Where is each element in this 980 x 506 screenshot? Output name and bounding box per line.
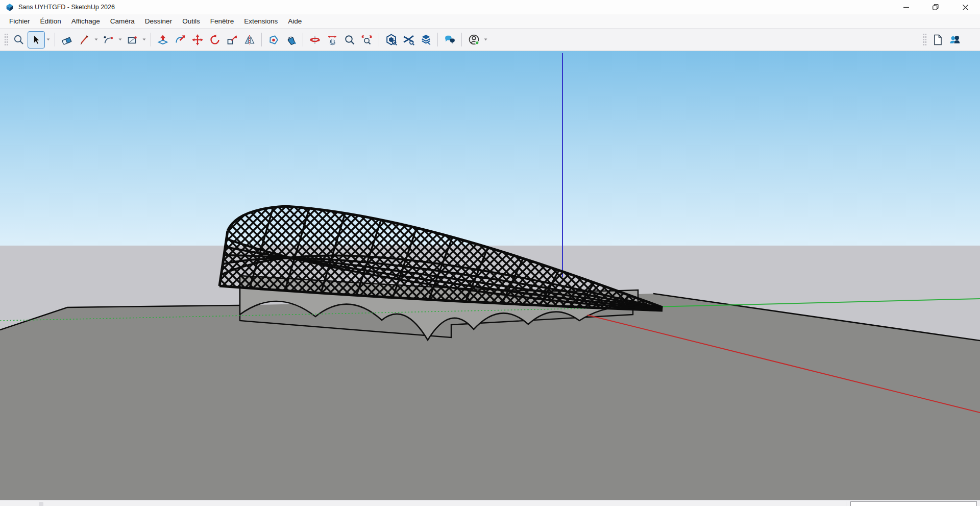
offset-tool-button[interactable]	[265, 31, 282, 49]
chevron-down-icon	[46, 38, 50, 41]
minimize-button[interactable]	[891, 0, 921, 14]
arc-icon	[102, 34, 114, 46]
toolbar-separator	[261, 33, 262, 46]
menu-extensions[interactable]: Extensions	[239, 15, 283, 27]
push-pull-tool-button[interactable]	[154, 31, 172, 49]
account-icon	[468, 33, 480, 46]
move-icon	[191, 34, 204, 46]
arc-dropdown-caret[interactable]	[117, 32, 124, 47]
toolbar-separator	[379, 33, 379, 46]
restore-button[interactable]	[921, 0, 950, 14]
extension-warehouse-icon	[402, 33, 415, 46]
new-document-button[interactable]	[929, 31, 946, 49]
account-button[interactable]	[465, 31, 482, 49]
account-dropdown-caret[interactable]	[482, 32, 489, 47]
toolbar-separator	[55, 33, 55, 46]
scale-tool-button[interactable]	[224, 31, 241, 49]
scene-3d	[0, 51, 980, 500]
close-button[interactable]	[950, 0, 980, 14]
minimize-icon	[903, 5, 909, 10]
rotate-icon	[209, 34, 221, 46]
offset-icon	[267, 34, 280, 46]
pencil-line-icon	[78, 34, 90, 46]
eraser-tool-button[interactable]	[58, 31, 76, 49]
toolbar-grip-handle[interactable]	[923, 33, 927, 46]
paint-bucket-tool-button[interactable]	[282, 31, 300, 49]
flip-icon	[243, 34, 256, 46]
line-tool-button[interactable]	[76, 31, 93, 49]
select-dropdown-caret[interactable]	[45, 32, 52, 47]
model-viewport[interactable]	[0, 51, 980, 500]
close-icon	[963, 5, 968, 10]
pan-hand-icon	[326, 34, 338, 46]
toolbar-separator	[303, 33, 303, 46]
select-tool-button[interactable]	[28, 31, 45, 49]
sketchup-window: Sans UYHTGFD - SketchUp 2026 Fichier Édi…	[0, 0, 980, 506]
toolbar-separator	[151, 33, 151, 46]
restore-icon	[933, 4, 939, 10]
rotate-tool-button[interactable]	[206, 31, 224, 49]
trimble-connect-button[interactable]	[417, 31, 434, 49]
menu-bar: Fichier Édition Affichage Caméra Dessine…	[0, 14, 980, 28]
menu-outils[interactable]: Outils	[177, 15, 205, 27]
zoom-tool-button[interactable]	[341, 31, 358, 49]
terrain-ground	[0, 294, 980, 500]
select-arrow-icon	[31, 34, 42, 45]
push-pull-icon	[157, 34, 169, 46]
chevron-down-icon	[142, 38, 146, 41]
line-dropdown-caret[interactable]	[93, 32, 100, 47]
rectangle-dropdown-caret[interactable]	[141, 32, 148, 47]
toolbar-separator	[461, 33, 462, 46]
window-title: Sans UYHTGFD - SketchUp 2026	[18, 4, 115, 11]
move-tool-button[interactable]	[189, 31, 206, 49]
orbit-icon	[309, 34, 321, 46]
zoom-icon	[344, 34, 356, 46]
follow-me-icon	[174, 34, 186, 46]
paint-bucket-icon	[285, 34, 297, 46]
3d-warehouse-button[interactable]	[382, 31, 400, 49]
search-icon	[13, 34, 25, 46]
arc-tool-button[interactable]	[100, 31, 117, 49]
status-bar	[0, 500, 980, 506]
title-bar: Sans UYHTGFD - SketchUp 2026	[0, 0, 980, 14]
menu-aide[interactable]: Aide	[283, 15, 307, 27]
3d-warehouse-icon	[385, 33, 398, 46]
chat-help-button[interactable]	[441, 31, 458, 49]
extension-warehouse-button[interactable]	[400, 31, 417, 49]
pan-tool-button[interactable]	[324, 31, 341, 49]
rectangle-tool-button[interactable]	[124, 31, 141, 49]
people-icon	[948, 33, 962, 46]
measurements-input[interactable]	[850, 501, 977, 506]
flip-tool-button[interactable]	[241, 31, 258, 49]
chevron-down-icon	[484, 38, 487, 41]
trimble-connect-icon	[420, 33, 432, 46]
chat-bubbles-icon	[444, 33, 456, 46]
chevron-down-icon	[118, 38, 122, 41]
chevron-down-icon	[94, 38, 98, 41]
eraser-icon	[61, 34, 73, 46]
orbit-tool-button[interactable]	[306, 31, 324, 49]
status-left-icon	[39, 502, 43, 506]
toolbar-right-group	[921, 31, 964, 49]
menu-dessiner[interactable]: Dessiner	[140, 15, 177, 27]
sky	[0, 51, 980, 246]
new-document-icon	[932, 34, 944, 46]
menu-affichage[interactable]: Affichage	[66, 15, 105, 27]
search-tool-button[interactable]	[10, 31, 28, 49]
menu-camera[interactable]: Caméra	[105, 15, 140, 27]
menu-fichier[interactable]: Fichier	[4, 15, 35, 27]
zoom-extents-tool-button[interactable]	[358, 31, 376, 49]
toolbar-grip-handle[interactable]	[4, 33, 8, 46]
measurements-separator	[846, 501, 846, 506]
menu-edition[interactable]: Édition	[35, 15, 66, 27]
people-collaboration-button[interactable]	[946, 31, 964, 49]
zoom-extents-icon	[361, 34, 373, 46]
sketchup-logo-icon	[5, 3, 14, 12]
menu-fenetre[interactable]: Fenêtre	[205, 15, 239, 27]
getting-started-toolbar	[0, 28, 980, 51]
toolbar-separator	[437, 33, 438, 46]
rectangle-icon	[126, 34, 138, 46]
follow-me-tool-button[interactable]	[172, 31, 189, 49]
scale-icon	[226, 34, 238, 46]
